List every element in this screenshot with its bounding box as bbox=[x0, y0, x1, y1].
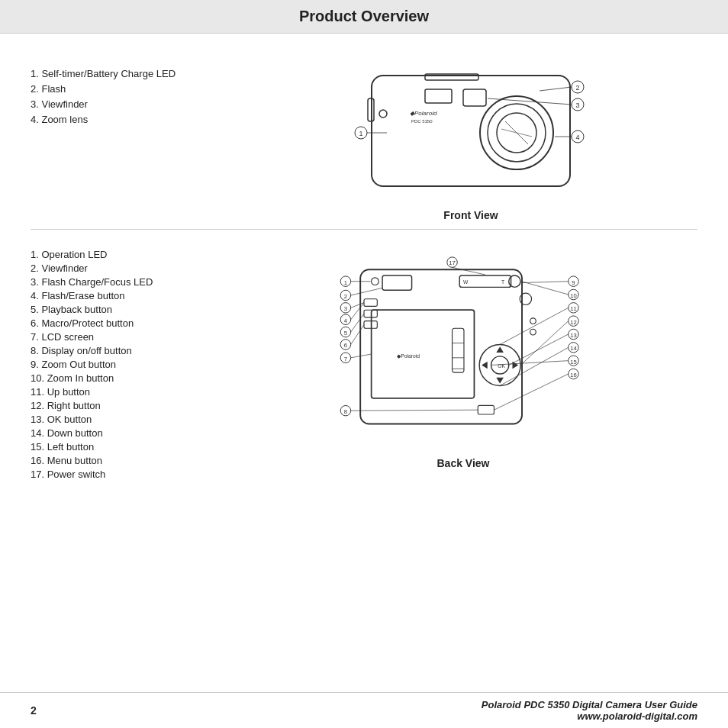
svg-text:12: 12 bbox=[570, 318, 577, 325]
svg-rect-25 bbox=[360, 269, 522, 424]
svg-line-67 bbox=[351, 314, 364, 332]
list-item: 5. Playback button bbox=[31, 304, 229, 315]
svg-text:7: 7 bbox=[344, 355, 347, 362]
svg-text:5: 5 bbox=[344, 329, 347, 336]
svg-rect-43 bbox=[364, 298, 377, 306]
svg-text:4: 4 bbox=[344, 317, 348, 324]
footer: 2 Polaroid PDC 5350 Digital Camera User … bbox=[0, 692, 728, 728]
svg-marker-38 bbox=[496, 377, 504, 383]
svg-line-85 bbox=[500, 308, 569, 344]
list-item: 17. Power switch bbox=[31, 469, 229, 480]
svg-line-70 bbox=[351, 324, 364, 344]
svg-text:W: W bbox=[463, 279, 469, 284]
list-item: 7. LCD screen bbox=[31, 331, 229, 343]
svg-text:4: 4 bbox=[575, 134, 579, 141]
footer-title-line2: www.polaroid-digital.com bbox=[482, 710, 697, 722]
svg-rect-8 bbox=[425, 89, 452, 103]
svg-text:3: 3 bbox=[575, 101, 579, 109]
svg-line-23 bbox=[488, 98, 572, 105]
svg-line-22 bbox=[540, 87, 572, 91]
svg-rect-32 bbox=[372, 310, 475, 398]
svg-text:1: 1 bbox=[359, 130, 362, 137]
svg-text:14: 14 bbox=[570, 345, 577, 352]
svg-rect-45 bbox=[364, 321, 377, 328]
list-item: 4. Flash/Erase button bbox=[31, 290, 229, 301]
svg-text:11: 11 bbox=[570, 305, 577, 312]
svg-marker-37 bbox=[496, 346, 504, 353]
footer-title-line1: Polaroid PDC 5350 Digital Camera User Gu… bbox=[482, 699, 697, 710]
front-items-list: 1. Self-timer/Battery Charge LED 2. Flas… bbox=[31, 53, 244, 221]
svg-text:1: 1 bbox=[344, 279, 347, 285]
list-item: 3. Viewfinder bbox=[31, 98, 244, 110]
svg-text:T: T bbox=[501, 279, 504, 284]
back-section: 1. Operation LED 2. Viewfinder 3. Flash … bbox=[31, 230, 697, 490]
svg-text:17: 17 bbox=[449, 259, 456, 266]
svg-rect-49 bbox=[453, 328, 464, 372]
footer-right: Polaroid PDC 5350 Digital Camera User Gu… bbox=[482, 699, 697, 722]
svg-text:15: 15 bbox=[570, 358, 577, 365]
back-diagram-label: Back View bbox=[436, 457, 489, 469]
svg-text:10: 10 bbox=[570, 292, 577, 298]
svg-line-91 bbox=[509, 334, 569, 365]
list-item: 14. Down button bbox=[31, 427, 229, 439]
list-item: 9. Zoom Out button bbox=[31, 359, 229, 370]
list-item: 1. Self-timer/Battery Charge LED bbox=[31, 68, 244, 79]
front-section: 1. Self-timer/Battery Charge LED 2. Flas… bbox=[31, 41, 697, 230]
page-header: Product Overview bbox=[0, 0, 728, 34]
svg-text:◆Polaroid: ◆Polaroid bbox=[397, 353, 420, 358]
svg-rect-31 bbox=[382, 275, 412, 289]
front-diagram-label: Front View bbox=[443, 209, 498, 221]
svg-line-79 bbox=[522, 281, 569, 282]
list-item: 11. Up button bbox=[31, 386, 229, 398]
svg-rect-7 bbox=[463, 89, 486, 106]
svg-line-103 bbox=[453, 267, 485, 275]
svg-line-88 bbox=[520, 321, 569, 365]
svg-marker-39 bbox=[482, 361, 488, 369]
svg-text:◆Polaroid: ◆Polaroid bbox=[410, 110, 437, 117]
page-number: 2 bbox=[31, 704, 37, 717]
svg-text:PDC 5350: PDC 5350 bbox=[411, 119, 433, 124]
back-items-list: 1. Operation LED 2. Viewfinder 3. Flash … bbox=[31, 241, 229, 482]
list-item: 15. Left button bbox=[31, 441, 229, 453]
front-diagram: ◆Polaroid PDC 5350 1 2 3 4 bbox=[244, 53, 697, 221]
svg-line-82 bbox=[521, 281, 569, 294]
list-item: 8. Display on/off button bbox=[31, 345, 229, 356]
page: Product Overview 1. Self-timer/Battery C… bbox=[0, 0, 728, 728]
svg-text:2: 2 bbox=[575, 84, 579, 92]
page-title: Product Overview bbox=[15, 8, 713, 25]
svg-text:3: 3 bbox=[344, 305, 347, 312]
list-item: 13. OK button bbox=[31, 414, 229, 425]
svg-rect-0 bbox=[372, 76, 570, 186]
svg-point-30 bbox=[372, 277, 379, 285]
list-item: 4. Zoom lens bbox=[31, 114, 244, 125]
svg-line-76 bbox=[351, 410, 478, 411]
list-item: 6. Macro/Protect button bbox=[31, 317, 229, 329]
list-item: 16. Menu button bbox=[31, 455, 229, 466]
svg-point-9 bbox=[379, 110, 387, 118]
svg-rect-44 bbox=[364, 310, 377, 317]
list-item: 2. Flash bbox=[31, 83, 244, 95]
back-view-svg: W T ◆Polaroid OK bbox=[333, 255, 593, 453]
svg-line-58 bbox=[351, 288, 382, 295]
svg-point-46 bbox=[530, 317, 536, 324]
svg-line-100 bbox=[494, 374, 568, 410]
list-item: 12. Right button bbox=[31, 400, 229, 411]
svg-text:9: 9 bbox=[572, 279, 575, 285]
list-item: 3. Flash Charge/Focus LED bbox=[31, 276, 229, 288]
front-view-svg: ◆Polaroid PDC 5350 1 2 3 4 bbox=[349, 53, 593, 205]
svg-rect-26 bbox=[360, 269, 522, 292]
svg-text:8: 8 bbox=[344, 408, 347, 415]
main-content: 1. Self-timer/Battery Charge LED 2. Flas… bbox=[0, 34, 728, 692]
list-item: 1. Operation LED bbox=[31, 249, 229, 260]
list-item: 10. Zoom In button bbox=[31, 372, 229, 384]
list-item: 2. Viewfinder bbox=[31, 263, 229, 274]
svg-text:2: 2 bbox=[344, 292, 347, 299]
svg-text:6: 6 bbox=[344, 342, 347, 349]
svg-point-47 bbox=[530, 329, 536, 335]
svg-text:16: 16 bbox=[570, 371, 577, 378]
svg-rect-48 bbox=[478, 405, 494, 414]
svg-line-94 bbox=[500, 347, 569, 385]
back-diagram: W T ◆Polaroid OK bbox=[229, 241, 697, 482]
svg-line-6 bbox=[501, 129, 532, 137]
svg-text:13: 13 bbox=[570, 331, 577, 338]
